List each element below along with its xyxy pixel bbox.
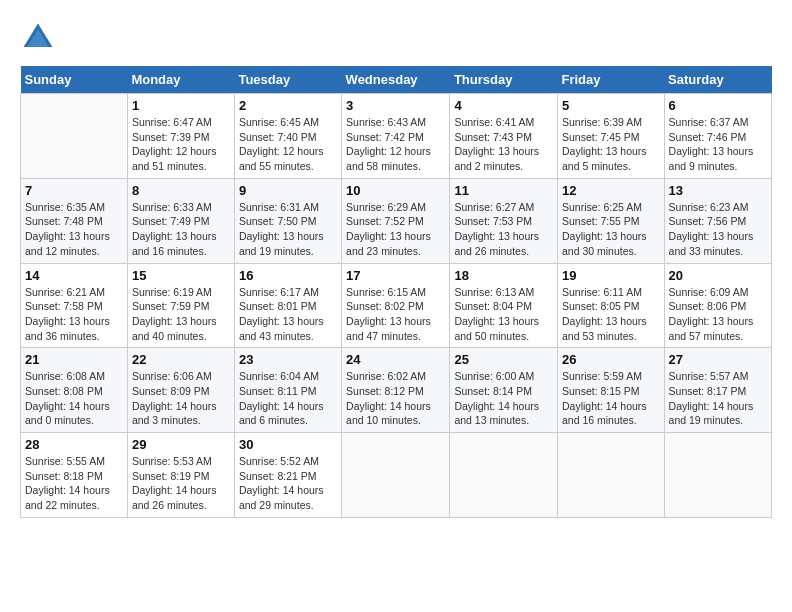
calendar-cell	[342, 433, 450, 518]
day-number: 24	[346, 352, 445, 367]
day-number: 25	[454, 352, 553, 367]
day-number: 26	[562, 352, 660, 367]
day-info: Sunrise: 6:19 AMSunset: 7:59 PMDaylight:…	[132, 285, 230, 344]
calendar-cell: 11Sunrise: 6:27 AMSunset: 7:53 PMDayligh…	[450, 178, 558, 263]
day-info: Sunrise: 5:53 AMSunset: 8:19 PMDaylight:…	[132, 454, 230, 513]
calendar-cell: 30Sunrise: 5:52 AMSunset: 8:21 PMDayligh…	[234, 433, 341, 518]
calendar-cell	[664, 433, 771, 518]
day-info: Sunrise: 6:47 AMSunset: 7:39 PMDaylight:…	[132, 115, 230, 174]
calendar-cell: 4Sunrise: 6:41 AMSunset: 7:43 PMDaylight…	[450, 94, 558, 179]
calendar-cell: 23Sunrise: 6:04 AMSunset: 8:11 PMDayligh…	[234, 348, 341, 433]
header-cell-monday: Monday	[127, 66, 234, 94]
day-number: 5	[562, 98, 660, 113]
day-info: Sunrise: 6:39 AMSunset: 7:45 PMDaylight:…	[562, 115, 660, 174]
calendar-cell	[21, 94, 128, 179]
calendar-cell: 19Sunrise: 6:11 AMSunset: 8:05 PMDayligh…	[557, 263, 664, 348]
day-info: Sunrise: 6:43 AMSunset: 7:42 PMDaylight:…	[346, 115, 445, 174]
calendar-cell: 16Sunrise: 6:17 AMSunset: 8:01 PMDayligh…	[234, 263, 341, 348]
day-info: Sunrise: 6:17 AMSunset: 8:01 PMDaylight:…	[239, 285, 337, 344]
day-info: Sunrise: 6:04 AMSunset: 8:11 PMDaylight:…	[239, 369, 337, 428]
day-info: Sunrise: 6:31 AMSunset: 7:50 PMDaylight:…	[239, 200, 337, 259]
calendar-cell: 27Sunrise: 5:57 AMSunset: 8:17 PMDayligh…	[664, 348, 771, 433]
day-number: 15	[132, 268, 230, 283]
calendar-cell: 14Sunrise: 6:21 AMSunset: 7:58 PMDayligh…	[21, 263, 128, 348]
calendar-cell: 1Sunrise: 6:47 AMSunset: 7:39 PMDaylight…	[127, 94, 234, 179]
calendar-cell: 17Sunrise: 6:15 AMSunset: 8:02 PMDayligh…	[342, 263, 450, 348]
calendar-header: SundayMondayTuesdayWednesdayThursdayFrid…	[21, 66, 772, 94]
calendar-cell: 22Sunrise: 6:06 AMSunset: 8:09 PMDayligh…	[127, 348, 234, 433]
header-cell-wednesday: Wednesday	[342, 66, 450, 94]
header-cell-sunday: Sunday	[21, 66, 128, 94]
calendar-cell	[450, 433, 558, 518]
logo-icon	[20, 20, 56, 56]
calendar-cell: 25Sunrise: 6:00 AMSunset: 8:14 PMDayligh…	[450, 348, 558, 433]
day-number: 28	[25, 437, 123, 452]
week-row-1: 1Sunrise: 6:47 AMSunset: 7:39 PMDaylight…	[21, 94, 772, 179]
day-info: Sunrise: 6:08 AMSunset: 8:08 PMDaylight:…	[25, 369, 123, 428]
page-header	[20, 20, 772, 56]
day-number: 13	[669, 183, 767, 198]
day-info: Sunrise: 6:41 AMSunset: 7:43 PMDaylight:…	[454, 115, 553, 174]
day-info: Sunrise: 5:55 AMSunset: 8:18 PMDaylight:…	[25, 454, 123, 513]
day-info: Sunrise: 6:06 AMSunset: 8:09 PMDaylight:…	[132, 369, 230, 428]
day-info: Sunrise: 6:23 AMSunset: 7:56 PMDaylight:…	[669, 200, 767, 259]
calendar-cell: 15Sunrise: 6:19 AMSunset: 7:59 PMDayligh…	[127, 263, 234, 348]
calendar-cell: 13Sunrise: 6:23 AMSunset: 7:56 PMDayligh…	[664, 178, 771, 263]
day-number: 30	[239, 437, 337, 452]
header-row: SundayMondayTuesdayWednesdayThursdayFrid…	[21, 66, 772, 94]
day-number: 29	[132, 437, 230, 452]
week-row-5: 28Sunrise: 5:55 AMSunset: 8:18 PMDayligh…	[21, 433, 772, 518]
day-number: 6	[669, 98, 767, 113]
day-info: Sunrise: 5:59 AMSunset: 8:15 PMDaylight:…	[562, 369, 660, 428]
day-info: Sunrise: 6:15 AMSunset: 8:02 PMDaylight:…	[346, 285, 445, 344]
calendar-cell: 6Sunrise: 6:37 AMSunset: 7:46 PMDaylight…	[664, 94, 771, 179]
day-info: Sunrise: 6:02 AMSunset: 8:12 PMDaylight:…	[346, 369, 445, 428]
calendar-cell: 26Sunrise: 5:59 AMSunset: 8:15 PMDayligh…	[557, 348, 664, 433]
calendar-cell: 10Sunrise: 6:29 AMSunset: 7:52 PMDayligh…	[342, 178, 450, 263]
day-info: Sunrise: 5:57 AMSunset: 8:17 PMDaylight:…	[669, 369, 767, 428]
calendar-cell: 28Sunrise: 5:55 AMSunset: 8:18 PMDayligh…	[21, 433, 128, 518]
day-number: 20	[669, 268, 767, 283]
calendar-cell: 8Sunrise: 6:33 AMSunset: 7:49 PMDaylight…	[127, 178, 234, 263]
header-cell-saturday: Saturday	[664, 66, 771, 94]
day-number: 9	[239, 183, 337, 198]
calendar-body: 1Sunrise: 6:47 AMSunset: 7:39 PMDaylight…	[21, 94, 772, 518]
calendar-table: SundayMondayTuesdayWednesdayThursdayFrid…	[20, 66, 772, 518]
calendar-cell: 18Sunrise: 6:13 AMSunset: 8:04 PMDayligh…	[450, 263, 558, 348]
week-row-3: 14Sunrise: 6:21 AMSunset: 7:58 PMDayligh…	[21, 263, 772, 348]
day-info: Sunrise: 5:52 AMSunset: 8:21 PMDaylight:…	[239, 454, 337, 513]
day-number: 11	[454, 183, 553, 198]
day-number: 12	[562, 183, 660, 198]
day-info: Sunrise: 6:33 AMSunset: 7:49 PMDaylight:…	[132, 200, 230, 259]
calendar-cell: 7Sunrise: 6:35 AMSunset: 7:48 PMDaylight…	[21, 178, 128, 263]
week-row-2: 7Sunrise: 6:35 AMSunset: 7:48 PMDaylight…	[21, 178, 772, 263]
calendar-cell: 5Sunrise: 6:39 AMSunset: 7:45 PMDaylight…	[557, 94, 664, 179]
day-info: Sunrise: 6:45 AMSunset: 7:40 PMDaylight:…	[239, 115, 337, 174]
day-info: Sunrise: 6:29 AMSunset: 7:52 PMDaylight:…	[346, 200, 445, 259]
day-number: 8	[132, 183, 230, 198]
day-number: 27	[669, 352, 767, 367]
week-row-4: 21Sunrise: 6:08 AMSunset: 8:08 PMDayligh…	[21, 348, 772, 433]
calendar-cell: 2Sunrise: 6:45 AMSunset: 7:40 PMDaylight…	[234, 94, 341, 179]
calendar-cell: 20Sunrise: 6:09 AMSunset: 8:06 PMDayligh…	[664, 263, 771, 348]
calendar-cell: 29Sunrise: 5:53 AMSunset: 8:19 PMDayligh…	[127, 433, 234, 518]
logo	[20, 20, 60, 56]
header-cell-thursday: Thursday	[450, 66, 558, 94]
day-info: Sunrise: 6:35 AMSunset: 7:48 PMDaylight:…	[25, 200, 123, 259]
day-number: 16	[239, 268, 337, 283]
day-number: 22	[132, 352, 230, 367]
calendar-cell	[557, 433, 664, 518]
calendar-cell: 3Sunrise: 6:43 AMSunset: 7:42 PMDaylight…	[342, 94, 450, 179]
day-number: 19	[562, 268, 660, 283]
day-number: 21	[25, 352, 123, 367]
day-number: 2	[239, 98, 337, 113]
day-number: 14	[25, 268, 123, 283]
day-number: 4	[454, 98, 553, 113]
calendar-cell: 21Sunrise: 6:08 AMSunset: 8:08 PMDayligh…	[21, 348, 128, 433]
day-info: Sunrise: 6:37 AMSunset: 7:46 PMDaylight:…	[669, 115, 767, 174]
day-info: Sunrise: 6:25 AMSunset: 7:55 PMDaylight:…	[562, 200, 660, 259]
day-number: 23	[239, 352, 337, 367]
day-number: 7	[25, 183, 123, 198]
header-cell-tuesday: Tuesday	[234, 66, 341, 94]
day-info: Sunrise: 6:09 AMSunset: 8:06 PMDaylight:…	[669, 285, 767, 344]
